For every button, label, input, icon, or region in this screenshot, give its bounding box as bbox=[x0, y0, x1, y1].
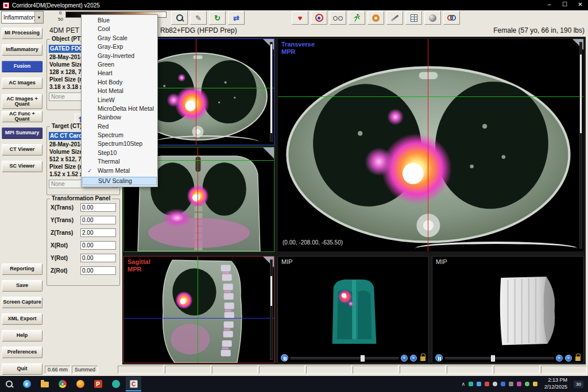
lock-icon[interactable] bbox=[420, 356, 425, 361]
tray-icon[interactable] bbox=[509, 382, 513, 386]
taskbar-corridor4dm-button[interactable]: C bbox=[126, 377, 141, 391]
annotate-tool-button[interactable]: ✎ bbox=[190, 11, 207, 25]
transform-field-input[interactable] bbox=[80, 228, 116, 237]
slice-slider[interactable] bbox=[579, 42, 582, 249]
taskbar-explorer-button[interactable] bbox=[37, 377, 52, 391]
sidebar-button[interactable]: Help bbox=[2, 330, 42, 341]
colormap-menu-item[interactable]: Step10 bbox=[82, 149, 157, 157]
sidebar-button[interactable]: Fusion bbox=[2, 61, 42, 72]
tray-icon[interactable] bbox=[469, 382, 473, 386]
mip-pet-image[interactable] bbox=[278, 257, 428, 363]
tray-icon[interactable] bbox=[517, 382, 521, 386]
pause-button[interactable] bbox=[281, 354, 288, 362]
zoom-tool-button[interactable] bbox=[171, 11, 188, 25]
taskbar-powerpoint-button[interactable]: P bbox=[90, 377, 106, 391]
taskbar-clock[interactable]: 2:13 PM 2/12/2025 bbox=[544, 377, 567, 390]
sidebar-button[interactable]: XML Export bbox=[2, 313, 42, 325]
colormap-menu-item[interactable]: LineW bbox=[82, 96, 157, 104]
colormap-menu-item[interactable]: Rainbow bbox=[82, 113, 157, 122]
colormap-menu-item[interactable]: Gray Scale bbox=[82, 34, 157, 42]
step-back-button[interactable]: « bbox=[556, 355, 563, 362]
motion-tool-button[interactable] bbox=[349, 11, 365, 25]
transform-field-input[interactable] bbox=[80, 241, 116, 250]
colormap-menu-item[interactable]: Red bbox=[82, 122, 157, 131]
crosshair-sagittal-line[interactable] bbox=[428, 39, 428, 251]
colormap-menu-item[interactable]: Cool bbox=[82, 25, 157, 33]
notification-badge[interactable]: 30 bbox=[574, 381, 583, 388]
sidebar-button[interactable]: SC Viewer bbox=[2, 161, 42, 172]
transform-field-input[interactable] bbox=[80, 203, 116, 212]
taskbar-chrome-button[interactable] bbox=[55, 377, 70, 391]
transform-field-input[interactable] bbox=[80, 216, 116, 224]
colormap-menu-item[interactable]: Gray-Exp bbox=[82, 42, 157, 51]
colormap-menu-item[interactable]: Hot Metal bbox=[82, 87, 157, 95]
tray-icon[interactable] bbox=[501, 382, 505, 386]
tray-icon[interactable] bbox=[493, 382, 497, 386]
target-tool-button[interactable] bbox=[311, 11, 327, 25]
review-tool-button[interactable] bbox=[330, 11, 346, 25]
sidebar-button[interactable]: Quit bbox=[2, 363, 42, 375]
sidebar-button[interactable]: Screen Capture bbox=[2, 297, 42, 308]
sidebar-button[interactable]: AC Images bbox=[2, 77, 42, 89]
tray-expand-icon[interactable]: ∧ bbox=[461, 381, 465, 387]
transverse-fusion-image[interactable] bbox=[278, 39, 583, 251]
layout-swap-button[interactable]: ⇄ bbox=[228, 11, 245, 25]
cine-slider-track[interactable] bbox=[445, 357, 554, 359]
viewport-mip-right[interactable]: MIP « » bbox=[432, 256, 584, 363]
reset-tool-button[interactable]: ↻ bbox=[209, 11, 226, 25]
tray-icon[interactable] bbox=[525, 382, 529, 386]
colormap-menu-item[interactable]: Warm Metal bbox=[82, 166, 157, 175]
measure-tool-button[interactable] bbox=[386, 11, 403, 25]
lock-icon[interactable] bbox=[575, 356, 581, 361]
cine-slider-thumb[interactable] bbox=[491, 355, 495, 362]
taskbar-firefox-button[interactable] bbox=[72, 377, 88, 391]
colormap-menu-item[interactable]: Spectrum bbox=[82, 131, 157, 139]
colormap-menu-item[interactable]: MicroDelta Hot Metal bbox=[82, 104, 157, 113]
tray-icon[interactable] bbox=[485, 382, 489, 386]
crosshair-sagittal-line[interactable] bbox=[196, 39, 196, 145]
capture-tool-button[interactable] bbox=[424, 11, 441, 25]
crosshair-transverse-line[interactable] bbox=[124, 318, 274, 319]
slice-slider-thumb[interactable] bbox=[580, 55, 582, 133]
sidebar-button[interactable]: AC Images + Quant bbox=[2, 94, 42, 109]
taskbar-teams-button[interactable] bbox=[108, 377, 123, 391]
sidebar-button[interactable]: MI Processing bbox=[2, 28, 42, 39]
processing-mode-dropdown[interactable]: Inflammatory ▼ bbox=[1, 11, 44, 24]
cine-slider-thumb[interactable] bbox=[361, 355, 365, 362]
pause-button[interactable] bbox=[435, 354, 443, 362]
step-forward-button[interactable]: » bbox=[565, 355, 572, 362]
sidebar-button[interactable]: Save bbox=[2, 280, 42, 292]
close-button[interactable]: ✕ bbox=[572, 0, 588, 10]
sidebar-button[interactable]: MPI Summary bbox=[2, 127, 42, 139]
mip-ct-image[interactable] bbox=[432, 257, 583, 363]
polar-map-button[interactable] bbox=[368, 11, 384, 25]
viewport-sagittal-mpr[interactable]: Sagittal MPR bbox=[123, 256, 274, 363]
step-back-button[interactable]: « bbox=[401, 355, 408, 362]
tray-icon[interactable] bbox=[533, 382, 537, 386]
crosshair-coronal-line[interactable] bbox=[278, 96, 583, 97]
cardiac-tool-button[interactable]: ♥ bbox=[292, 11, 308, 25]
fusion-rings-button[interactable] bbox=[443, 11, 460, 25]
transform-field-input[interactable] bbox=[80, 266, 116, 275]
taskbar-edge-button[interactable]: e bbox=[19, 377, 34, 391]
colormap-menu-item[interactable]: Gray-Inverted bbox=[82, 52, 157, 60]
colormap-menu-item[interactable]: Hot Body bbox=[82, 78, 157, 87]
sidebar-button[interactable]: Inflammatory bbox=[2, 44, 42, 56]
slice-slider[interactable] bbox=[270, 42, 273, 142]
maximize-button[interactable]: ☐ bbox=[557, 0, 572, 10]
minimize-button[interactable]: – bbox=[541, 0, 557, 10]
report-tool-button[interactable] bbox=[405, 11, 422, 25]
sidebar-button[interactable]: Preferences bbox=[2, 347, 42, 358]
chevron-down-icon[interactable]: ▼ bbox=[34, 11, 43, 23]
colormap-menu-item[interactable]: Spectrum10Step bbox=[82, 139, 157, 148]
crosshair-coronal-line[interactable] bbox=[198, 257, 198, 363]
sidebar-button[interactable]: AC Func + Quant bbox=[2, 111, 42, 122]
colormap-menu-item[interactable]: SUV Scaling bbox=[82, 177, 157, 185]
sidebar-button[interactable]: Reporting bbox=[2, 263, 42, 275]
slice-slider-thumb[interactable] bbox=[270, 44, 272, 133]
slice-slider[interactable] bbox=[270, 259, 273, 360]
viewport-corner-handle[interactable] bbox=[263, 148, 274, 158]
slice-slider-thumb[interactable] bbox=[270, 276, 272, 306]
sidebar-button[interactable]: CT Viewer bbox=[2, 144, 42, 156]
taskbar-search-button[interactable] bbox=[1, 377, 17, 391]
